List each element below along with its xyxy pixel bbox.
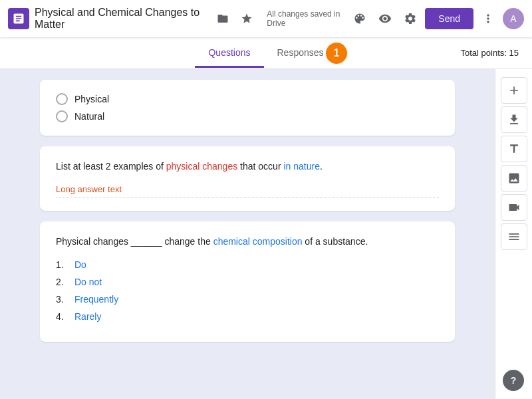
radio-circle-natural: [56, 110, 68, 122]
star-button[interactable]: [237, 8, 256, 29]
doc-title: Physical and Chemical Changes to Matter: [35, 7, 208, 31]
question-card-3: Physical changes ______ change the chemi…: [40, 221, 455, 342]
q3-prefix: Physical changes: [56, 236, 131, 247]
q2-highlight1: physical changes: [166, 161, 237, 172]
q2-prefix: List at least 2 examples of: [56, 161, 166, 172]
radio-label-natural: Natural: [74, 111, 104, 122]
question-text-2: List at least 2 examples of physical cha…: [56, 160, 439, 174]
text-do-not: Do not: [74, 277, 102, 287]
forms-logo: [12, 12, 25, 25]
question-text-3: Physical changes ______ change the chemi…: [56, 235, 439, 249]
send-button[interactable]: Send: [425, 8, 473, 29]
preview-badge: 1: [326, 43, 347, 64]
question-card-partial: Physical Natural: [40, 80, 455, 136]
long-answer-placeholder[interactable]: Long answer text: [56, 184, 439, 198]
import-questions-button[interactable]: [501, 106, 527, 133]
q3-middle: change the: [162, 236, 213, 247]
radio-label-physical: Physical: [74, 94, 109, 104]
app-icon: [8, 8, 29, 29]
num-1: 1.: [56, 259, 69, 270]
add-image-button[interactable]: [501, 165, 527, 192]
q3-highlight: chemical composition: [213, 236, 303, 247]
add-video-button[interactable]: [501, 194, 527, 221]
num-3: 3.: [56, 294, 69, 305]
radio-circle-physical: [56, 93, 68, 105]
add-question-button[interactable]: [501, 77, 527, 104]
nav-left: Physical and Chemical Changes to Matter …: [8, 7, 349, 31]
add-section-button[interactable]: [501, 223, 527, 250]
option-do-not[interactable]: 2. Do not: [56, 277, 439, 287]
right-sidebar: [495, 69, 532, 399]
preview-button[interactable]: [374, 8, 396, 29]
q2-highlight2: in nature: [283, 161, 319, 172]
text-frequently: Frequently: [74, 294, 118, 305]
num-4: 4.: [56, 311, 69, 322]
question-card-2: List at least 2 examples of physical cha…: [40, 146, 455, 211]
radio-option-natural[interactable]: Natural: [56, 110, 439, 122]
tabs-group: Questions Responses: [11, 39, 521, 67]
add-title-button[interactable]: [501, 136, 527, 162]
numbered-options: 1. Do 2. Do not 3. Frequently 4. Rarely: [56, 259, 439, 322]
nav-right: Send A: [349, 8, 524, 29]
content-scroll[interactable]: Physical Natural List at least 2 example…: [0, 69, 495, 399]
tabs-row: Questions Responses 1 Total points: 15: [0, 37, 532, 69]
q3-blank: ______: [131, 236, 162, 247]
q2-suffix: .: [320, 161, 323, 172]
radio-option-physical[interactable]: Physical: [56, 93, 439, 105]
top-nav: Physical and Chemical Changes to Matter …: [0, 0, 532, 37]
text-rarely: Rarely: [74, 311, 101, 322]
tab-questions[interactable]: Questions: [195, 39, 263, 68]
more-options-button[interactable]: [477, 8, 499, 29]
total-points: Total points: 15: [461, 48, 519, 58]
main-area: Physical Natural List at least 2 example…: [0, 69, 532, 399]
option-do[interactable]: 1. Do: [56, 259, 439, 270]
avatar: A: [503, 8, 524, 29]
settings-button[interactable]: [400, 8, 421, 29]
option-rarely[interactable]: 4. Rarely: [56, 311, 439, 322]
q2-middle: that occur: [237, 161, 283, 172]
help-button[interactable]: ?: [503, 370, 524, 391]
option-frequently[interactable]: 3. Frequently: [56, 294, 439, 305]
total-points-label: Total points:: [461, 48, 507, 58]
folder-button[interactable]: [213, 8, 232, 29]
autosave-text: All changes saved in Drive: [267, 9, 349, 28]
q3-suffix: of a substance.: [302, 236, 368, 247]
total-points-value: 15: [509, 48, 519, 58]
num-2: 2.: [56, 277, 69, 287]
text-do: Do: [74, 259, 86, 270]
palette-button[interactable]: [349, 8, 370, 29]
